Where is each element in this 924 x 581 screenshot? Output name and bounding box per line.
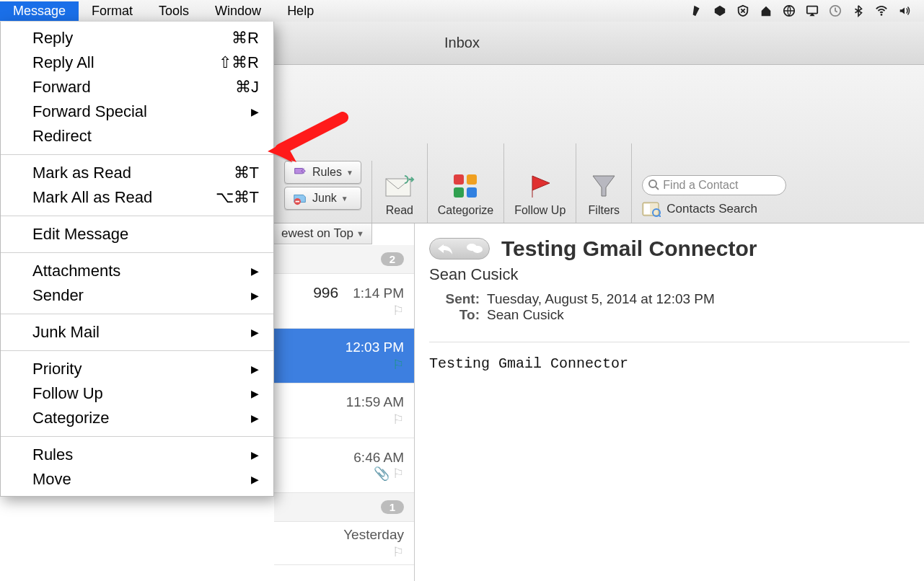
menuitem-reply-all[interactable]: Reply All⇧⌘R	[1, 50, 273, 75]
menu-format[interactable]: Format	[79, 1, 146, 21]
menuitem-follow-up[interactable]: Follow Up▶	[1, 381, 273, 406]
svg-point-11	[649, 180, 656, 187]
flag-icon[interactable]: ⚐	[392, 357, 404, 373]
submenu-arrow-icon: ▶	[251, 363, 259, 375]
menuitem-forward[interactable]: Forward⌘J	[1, 75, 273, 99]
message-from: Sean Cusick	[429, 265, 910, 284]
message-time: 6:46 AM	[353, 450, 404, 466]
shield-icon[interactable]	[736, 4, 749, 17]
annotation-arrow	[263, 112, 350, 169]
menu-tools[interactable]: Tools	[146, 1, 202, 21]
read-label: Read	[386, 204, 413, 217]
timemachine-icon[interactable]	[829, 4, 842, 17]
menuitem-priority[interactable]: Priority▶	[1, 357, 273, 381]
svg-rect-13	[644, 204, 650, 214]
flag-icon[interactable]: ⚐	[392, 544, 404, 560]
contacts-search-button[interactable]: Contacts Search	[642, 201, 786, 217]
message-body: Testing Gmail Connector	[429, 342, 910, 372]
message-row[interactable]: 996 1:14 PM ⚐	[274, 274, 414, 329]
menuitem-categorize[interactable]: Categorize▶	[1, 406, 273, 430]
reply-forward-toggle[interactable]	[429, 238, 490, 260]
message-row[interactable]: 6:46 AM 📎⚐	[274, 438, 414, 493]
reply-icon[interactable]	[436, 242, 454, 255]
toolbar-group-read: Read	[372, 143, 428, 223]
bluetooth-icon[interactable]	[852, 4, 865, 17]
globe-icon[interactable]	[783, 4, 796, 17]
svg-rect-9	[454, 187, 464, 198]
menuitem-move[interactable]: Move▶	[1, 467, 273, 492]
message-time: Yesterday	[343, 527, 404, 543]
toolbar-group-followup: Follow Up	[504, 143, 576, 223]
submenu-arrow-icon: ▶	[251, 388, 259, 399]
menuitem-mark-as-read[interactable]: Mark as Read⌘T	[1, 161, 273, 185]
toolbar-group-search: Find a Contact Contacts Search	[632, 175, 796, 223]
menu-separator	[1, 216, 273, 216]
junk-label: Junk	[312, 192, 337, 205]
followup-button[interactable]: Follow Up	[514, 171, 566, 217]
home-icon[interactable]	[760, 4, 773, 17]
message-row[interactable]: 12:03 PM ⚐	[274, 329, 414, 383]
menubar-status-icons	[690, 4, 924, 17]
menuitem-junk-mail[interactable]: Junk Mail▶	[1, 320, 273, 345]
menu-separator	[1, 350, 273, 351]
to-value: Sean Cusick	[487, 307, 564, 322]
conversation-icon[interactable]	[466, 242, 483, 255]
menuitem-forward-special[interactable]: Forward Special▶	[1, 99, 273, 124]
menu-separator	[1, 314, 273, 314]
menuitem-sender[interactable]: Sender▶	[1, 283, 273, 308]
message-time: 11:59 AM	[346, 394, 404, 410]
menu-message[interactable]: Message	[0, 1, 79, 21]
sent-value: Tuesday, August 5, 2014 at 12:03 PM	[487, 291, 715, 306]
categorize-button[interactable]: Categorize	[438, 171, 493, 217]
script-icon[interactable]	[690, 4, 703, 17]
unread-badge: 1	[381, 500, 404, 514]
menuitem-rules[interactable]: Rules▶	[1, 443, 273, 467]
attachment-icon: 📎	[374, 466, 390, 481]
submenu-arrow-icon: ▶	[251, 449, 259, 461]
flag-icon[interactable]: ⚐	[392, 466, 404, 481]
svg-point-3	[881, 14, 883, 16]
menuitem-edit-message[interactable]: Edit Message	[1, 222, 273, 247]
menu-help[interactable]: Help	[274, 1, 327, 21]
read-button[interactable]: Read	[382, 171, 417, 217]
filters-label: Filters	[589, 204, 620, 217]
menu-window[interactable]: Window	[202, 1, 274, 21]
search-placeholder: Find a Contact	[663, 179, 738, 192]
contact-search-input[interactable]: Find a Contact	[642, 175, 786, 195]
svg-rect-7	[454, 174, 464, 185]
submenu-arrow-icon: ▶	[251, 106, 259, 117]
message-time: 12:03 PM	[346, 340, 404, 355]
list-group-header: 1	[274, 493, 414, 522]
junk-button[interactable]: Junk ▼	[284, 187, 361, 210]
categorize-label: Categorize	[438, 204, 493, 217]
message-time: 1:14 PM	[353, 285, 404, 301]
filters-button[interactable]: Filters	[586, 171, 621, 217]
message-subject: Testing Gmail Connector	[501, 236, 757, 261]
message-row[interactable]: 11:59 AM ⚐	[274, 383, 414, 438]
menuitem-reply[interactable]: Reply⌘R	[1, 26, 273, 50]
wifi-icon[interactable]	[875, 4, 888, 17]
menubar: Message Format Tools Window Help	[0, 0, 924, 22]
message-dropdown: Reply⌘R Reply All⇧⌘R Forward⌘J Forward S…	[0, 22, 274, 497]
submenu-arrow-icon: ▶	[251, 290, 259, 301]
status-icon-1[interactable]	[713, 4, 726, 17]
menuitem-mark-all-as-read[interactable]: Mark All as Read⌥⌘T	[1, 185, 273, 210]
airplay-icon[interactable]	[806, 4, 819, 17]
reading-pane: Testing Gmail Connector Sean Cusick Sent…	[415, 223, 924, 581]
message-row[interactable]: Yesterday ⚐	[274, 522, 414, 565]
caret-icon: ▼	[346, 169, 353, 177]
menuitem-redirect[interactable]: Redirect	[1, 124, 273, 148]
menu-separator	[1, 252, 273, 253]
volume-icon[interactable]	[898, 4, 911, 17]
svg-rect-1	[807, 6, 817, 14]
flag-icon[interactable]: ⚐	[392, 303, 404, 319]
to-label: To:	[429, 307, 480, 323]
unread-badge: 2	[381, 252, 404, 266]
toolbar-group-filters: Filters	[576, 143, 632, 223]
search-icon	[648, 179, 660, 191]
menuitem-attachments[interactable]: Attachments▶	[1, 259, 273, 283]
submenu-arrow-icon: ▶	[251, 265, 259, 277]
svg-rect-8	[467, 174, 477, 185]
flag-icon[interactable]: ⚐	[392, 412, 404, 427]
svg-point-16	[472, 246, 483, 253]
